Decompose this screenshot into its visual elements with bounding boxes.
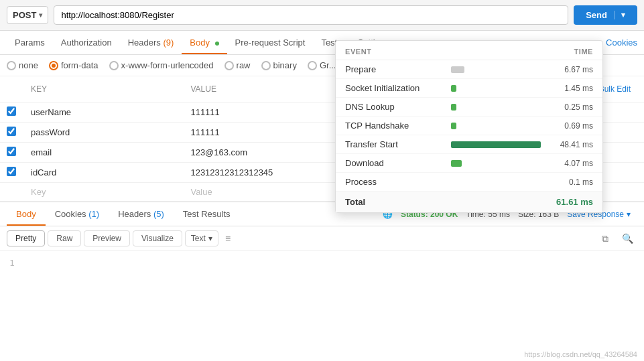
radio-form-data-icon — [49, 61, 58, 70]
row-checkbox-cell[interactable] — [0, 163, 24, 183]
timing-bar-cell — [451, 159, 541, 168]
timing-bar-cell — [451, 65, 541, 74]
placeholder-check — [0, 183, 24, 202]
timing-row: Download 4.07 ms — [336, 154, 602, 173]
resp-tab-cookies[interactable]: Cookies (1) — [46, 202, 109, 226]
option-none[interactable]: none — [7, 60, 38, 70]
tab-pre-request[interactable]: Pre-request Script — [227, 31, 314, 54]
timing-event-value: 48.41 ms — [546, 140, 593, 149]
format-type-dropdown[interactable]: Text ▾ — [185, 230, 218, 246]
resp-headers-badge: (5) — [153, 209, 164, 219]
method-selector[interactable]: POST ▾ — [7, 6, 48, 24]
row-checkbox-cell[interactable] — [0, 143, 24, 163]
wrap-icon[interactable]: ≡ — [221, 232, 235, 245]
timing-row: TCP Handshake 0.69 ms — [336, 117, 602, 135]
radio-binary-icon — [261, 61, 271, 70]
radio-raw-icon — [224, 61, 234, 70]
watermark: https://blog.csdn.net/qq_43264584 — [524, 350, 637, 358]
timing-time-header: TIME — [574, 48, 593, 56]
send-caret-icon: ▾ — [614, 11, 625, 19]
option-binary[interactable]: binary — [261, 60, 297, 70]
option-graphql[interactable]: Gr... — [308, 60, 336, 70]
timing-event-value: 4.07 ms — [546, 159, 593, 168]
row-checkbox[interactable] — [7, 127, 16, 136]
timing-event-value: 0.1 ms — [546, 177, 593, 187]
row-checkbox[interactable] — [7, 167, 16, 176]
timing-total-value: 61.61 ms — [556, 197, 593, 207]
resp-tab-headers-label: Headers — [118, 209, 151, 219]
row-checkbox[interactable] — [7, 147, 16, 156]
option-form-data[interactable]: form-data — [49, 60, 99, 70]
tab-pre-request-label: Pre-request Script — [235, 38, 306, 48]
timing-total-row: Total 61.61 ms — [336, 192, 602, 212]
code-area: 1 — [0, 251, 644, 291]
row-key[interactable]: email — [24, 143, 184, 163]
timing-event-value: 6.67 ms — [546, 65, 593, 74]
resp-tab-test-results-label: Test Results — [183, 209, 231, 219]
timing-event-value: 0.25 ms — [546, 102, 593, 112]
url-input[interactable] — [54, 5, 568, 25]
resp-tab-headers[interactable]: Headers (5) — [109, 202, 174, 226]
headers-badge: (9) — [163, 38, 174, 48]
timing-row: DNS Lookup 0.25 ms — [336, 98, 602, 117]
timing-bar-cell — [451, 121, 541, 131]
tab-body[interactable]: Body — [182, 31, 227, 54]
timing-row: Transfer Start 48.41 ms — [336, 135, 602, 154]
timing-event-label: TCP Handshake — [345, 121, 446, 131]
timing-event-label: Socket Initialization — [345, 83, 446, 93]
resp-tab-body[interactable]: Body — [7, 202, 46, 226]
format-type-label: Text — [191, 234, 206, 243]
method-caret-icon: ▾ — [39, 11, 42, 19]
radio-none-icon — [7, 61, 16, 70]
body-dot-icon — [215, 42, 219, 46]
timing-total-label: Total — [345, 197, 365, 207]
option-raw[interactable]: raw — [224, 60, 251, 70]
option-urlencoded-label: x-www-form-urlencoded — [121, 60, 214, 70]
tab-authorization-label: Authorization — [61, 38, 112, 48]
radio-graphql-icon — [308, 61, 317, 70]
fmt-preview-button[interactable]: Preview — [84, 230, 130, 246]
row-key[interactable]: userName — [24, 102, 184, 123]
row-checkbox[interactable] — [7, 106, 16, 116]
method-label: POST — [13, 10, 36, 20]
format-toolbar: Pretty Raw Preview Visualize Text ▾ ≡ ⧉ … — [0, 226, 644, 251]
row-checkbox-cell[interactable] — [0, 123, 24, 143]
save-response-caret-icon: ▾ — [627, 210, 631, 219]
tab-headers[interactable]: Headers (9) — [120, 31, 182, 54]
tab-body-label: Body — [190, 38, 210, 48]
col-checkbox — [0, 76, 24, 102]
tab-params[interactable]: Params — [7, 31, 53, 54]
option-urlencoded[interactable]: x-www-form-urlencoded — [109, 60, 214, 70]
fmt-pretty-button[interactable]: Pretty — [7, 230, 45, 246]
timing-bar-cell — [451, 84, 541, 93]
fmt-visualize-button[interactable]: Visualize — [133, 230, 182, 246]
format-type-caret-icon: ▾ — [208, 234, 212, 243]
timing-row: Process 0.1 ms — [336, 173, 602, 192]
row-checkbox-cell[interactable] — [0, 102, 24, 123]
timing-event-label: Transfer Start — [345, 139, 446, 149]
timing-event-label: Download — [345, 158, 446, 168]
resp-cookies-badge: (1) — [88, 209, 99, 219]
tab-authorization[interactable]: Authorization — [53, 31, 120, 54]
option-binary-label: binary — [273, 60, 297, 70]
cookies-link[interactable]: Cookies — [606, 31, 637, 54]
timing-bar-cell — [451, 102, 541, 112]
option-form-data-label: form-data — [61, 60, 99, 70]
copy-icon[interactable]: ⧉ — [598, 232, 613, 246]
timing-bar-cell — [451, 177, 541, 187]
search-icon[interactable]: 🔍 — [618, 232, 637, 246]
col-key-header: KEY — [24, 76, 184, 102]
timing-row: Socket Initialization 1.45 ms — [336, 79, 602, 98]
resp-tab-test-results[interactable]: Test Results — [174, 202, 240, 226]
resp-tab-body-label: Body — [16, 209, 36, 219]
row-key[interactable]: passWord — [24, 123, 184, 143]
line-number-1: 1 — [9, 258, 15, 268]
timing-event-value: 0.69 ms — [546, 121, 593, 131]
option-graphql-label: Gr... — [320, 60, 336, 70]
resp-tab-cookies-label: Cookies — [55, 209, 86, 219]
send-button[interactable]: Send ▾ — [574, 5, 637, 25]
fmt-raw-button[interactable]: Raw — [48, 230, 81, 246]
option-raw-label: raw — [237, 60, 251, 70]
row-key[interactable]: idCard — [24, 163, 184, 183]
url-bar: POST ▾ Send ▾ — [0, 0, 644, 31]
